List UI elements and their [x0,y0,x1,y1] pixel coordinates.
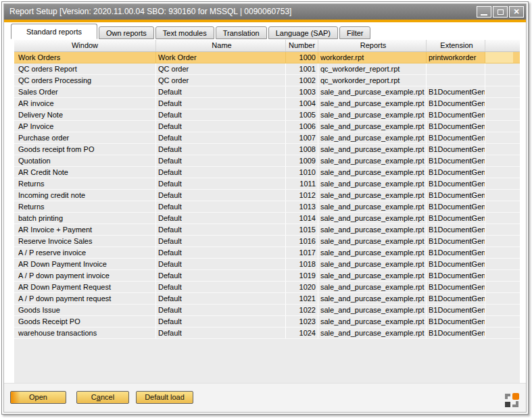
cell-name: Default [156,213,286,224]
cell-reports: workorder.rpt [318,52,427,63]
cell-window: Purchase order [14,132,156,143]
table-row[interactable]: Purchase order Default 1007 sale_and_pur… [14,132,520,144]
table-row[interactable]: Goods receipt from PO Default 1008 sale_… [14,144,520,155]
cell-spacer [485,63,513,74]
close-button[interactable]: ✕ [509,6,524,18]
tab[interactable]: Language (SAP) [268,26,338,39]
table-row[interactable]: AR Invoice + Payment Default 1015 sale_a… [14,224,520,236]
cell-extension: B1DocumentGenera [427,259,485,269]
titlebar[interactable]: Report Setup [Version: 2020.11.00.04 SBO… [4,4,526,20]
cell-spacer [485,144,513,155]
cell-name: QC order [156,75,286,86]
table-row[interactable]: Sales Order Default 1003 sale_and_purcas… [14,86,520,98]
cell-spacer [485,224,513,235]
cell-window: Reserve Invoice Sales [14,236,156,246]
table-row[interactable]: Delivery Note Default 1005 sale_and_purc… [14,109,520,121]
cell-window: AR Down Payment Invoice [14,259,156,269]
cell-name: QC order [156,63,286,74]
cell-name: Default [156,86,286,97]
cell-name: Default [156,293,286,304]
cell-number: 1015 [286,224,318,235]
table-row[interactable]: QC orders Processing QC order 1002 qc_wo… [14,75,520,86]
table-row[interactable]: Reserve Invoice Sales Default 1016 sale_… [14,236,520,247]
table-row[interactable]: Goods Receipt PO Default 1023 sale_and_p… [14,316,520,328]
cell-window: AP Invoice [14,121,156,132]
table-row[interactable]: batch printing Default 1014 sale_and_pur… [14,213,520,224]
cell-reports: sale_and_purcase_example.rpt [318,109,427,120]
cell-extension: B1DocumentGenera [427,328,485,338]
cell-window: Goods receipt from PO [14,144,156,155]
cell-name: Default [156,109,286,120]
cell-number: 1021 [286,293,318,304]
cell-reports: sale_and_purcase_example.rpt [318,167,427,178]
cell-reports: sale_and_purcase_example.rpt [318,247,427,258]
minimize-button[interactable] [477,6,491,18]
cell-number: 1011 [286,178,318,189]
cell-name: Default [156,282,286,292]
cell-extension: B1DocumentGenera [427,201,485,212]
table-row[interactable]: AR Down Payment Invoice Default 1018 sal… [14,259,520,270]
cell-spacer [485,259,513,269]
table-row[interactable]: Goods Issue Default 1022 sale_and_purcas… [14,305,520,316]
cell-extension: B1DocumentGenera [427,224,485,235]
cell-spacer [485,201,513,212]
cell-number: 1024 [286,328,318,338]
cell-reports: sale_and_purcase_example.rpt [318,121,427,132]
cancel-label-suffix: ncel [101,393,114,401]
table-row[interactable]: warehouse transactions Default 1024 sale… [14,328,520,339]
open-button[interactable]: Open [10,391,66,404]
cell-reports: sale_and_purcase_example.rpt [318,316,427,327]
cell-window: QC orders Processing [14,75,156,86]
table-row[interactable]: Returns Default 1011 sale_and_purcase_ex… [14,178,520,190]
table-row[interactable]: Returns Default 1013 sale_and_purcase_ex… [14,201,520,213]
tab-label: Filter [347,29,363,37]
cell-spacer [485,178,513,189]
cell-extension [427,75,485,86]
cell-spacer [485,75,513,86]
cell-number: 1010 [286,167,318,178]
cell-extension: B1DocumentGenera [427,316,485,327]
tab[interactable]: Filter [339,26,370,39]
cell-window: A / P reserve invoice [14,247,156,258]
table-row[interactable]: Incoming credit note Default 1012 sale_a… [14,190,520,201]
column-header-reports: Reports [318,40,427,51]
table-row[interactable]: QC orders Report QC order 1001 qc_workor… [14,63,520,75]
tab[interactable]: Own reports [99,26,154,39]
table-body: Work Orders Work Order 1000 workorder.rp… [14,52,520,339]
cell-spacer [485,167,513,178]
table-row[interactable]: A / P down payment invoice Default 1019 … [14,270,520,282]
cell-number: 1023 [286,316,318,327]
cell-name: Default [156,224,286,235]
table-row[interactable]: AR Credit Note Default 1010 sale_and_pur… [14,167,520,178]
tab[interactable]: Text modules [155,26,214,39]
table-row[interactable]: Quotation Default 1009 sale_and_purcase_… [14,155,520,167]
cell-reports: sale_and_purcase_example.rpt [318,201,427,212]
cell-window: Sales Order [14,86,156,97]
cell-reports: sale_and_purcase_example.rpt [318,213,427,224]
table-row[interactable]: AR Down Payment Request Default 1020 sal… [14,282,520,293]
cancel-button[interactable]: Cancel [76,391,129,404]
default-load-button[interactable]: Default load [136,391,193,404]
cell-reports: sale_and_purcase_example.rpt [318,305,427,315]
cell-name: Default [156,132,286,143]
tab[interactable]: Standard reports [11,24,97,39]
cell-extension: B1DocumentGenera [427,247,485,258]
expand-corners-icon[interactable] [504,392,520,409]
cell-spacer [485,236,513,246]
cancel-label-prefix: C [91,393,97,401]
cell-name: Default [156,144,286,155]
table-row[interactable]: Work Orders Work Order 1000 workorder.rp… [14,52,520,63]
table-row[interactable]: AR invoice Default 1004 sale_and_purcase… [14,98,520,109]
table-row[interactable]: AP Invoice Default 1006 sale_and_purcase… [14,121,520,132]
cell-window: AR invoice [14,98,156,109]
tab[interactable]: Translation [216,26,267,39]
table-row[interactable]: A / P reserve invoice Default 1017 sale_… [14,247,520,259]
cell-name: Default [156,270,286,281]
cell-reports: sale_and_purcase_example.rpt [318,236,427,246]
table-row[interactable]: A / P down payment request Default 1021 … [14,293,520,305]
maximize-button[interactable] [493,6,508,18]
cell-reports: qc_workorder_report.rpt [318,63,427,74]
cell-extension: printworkorder [427,52,485,63]
cell-reports: sale_and_purcase_example.rpt [318,270,427,281]
cell-number: 1006 [286,121,318,132]
